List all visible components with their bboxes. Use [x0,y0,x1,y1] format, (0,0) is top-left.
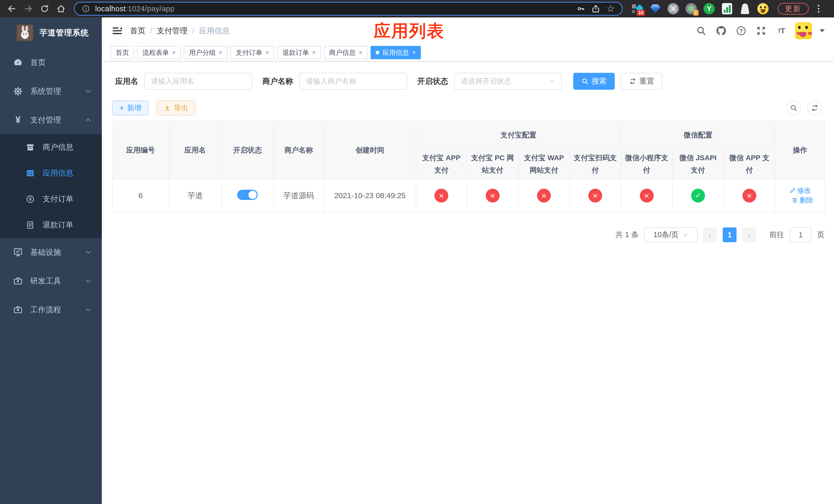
sidebar-item-refund-orders[interactable]: 退款订单 [0,212,102,238]
close-icon[interactable]: × [172,49,176,55]
select-placeholder: 请选择开启状态 [461,76,511,86]
merchant-name-input[interactable] [306,77,400,85]
cell-alipay-app [416,179,467,212]
cell-app-name: 芋道 [169,179,222,212]
close-icon[interactable]: × [312,49,316,55]
sidebar-item-home[interactable]: 首页 [0,48,102,77]
extension-blocks-icon[interactable]: 10 [631,3,643,15]
export-button[interactable]: 导出 [156,100,195,115]
tab-app-info[interactable]: 应用信息× [371,46,421,59]
tab-process-form[interactable]: 流程表单× [137,46,181,59]
extension-green-icon[interactable]: Y [703,3,715,15]
extension-recorder-icon[interactable]: 1 [685,3,697,15]
extension-chart-icon[interactable] [721,3,733,15]
table-toolbar: + 新增 导出 [112,100,824,115]
app-name-input-wrap [145,73,252,90]
tab-merchant-info[interactable]: 商户信息× [324,46,368,59]
font-size-icon[interactable]: TT [775,25,787,37]
sidebar-item-infrastructure[interactable]: 基础设施 [0,238,102,267]
help-icon[interactable]: ? [735,25,747,37]
dashboard-icon [12,58,24,67]
sidebar-menu: 首页 系统管理 ¥ 支付管理 [0,48,102,324]
app-name-input[interactable] [151,77,245,85]
fullscreen-icon[interactable] [755,25,767,37]
extension-emoji-icon[interactable] [757,3,769,15]
home-icon[interactable] [54,2,68,16]
forward-icon[interactable] [21,2,36,16]
bookmark-star-icon[interactable]: ☆ [605,3,616,14]
col-status: 开启状态 [222,121,273,179]
prev-page-button[interactable]: ‹ [703,227,717,242]
extension-gem-icon[interactable] [649,3,661,15]
address-bar[interactable]: localhost:1024/pay/app ☆ [74,2,623,16]
status-toggle[interactable] [237,190,258,200]
tab-label: 首页 [116,48,129,57]
tab-pay-orders[interactable]: 支付订单× [231,46,274,59]
reload-icon[interactable] [38,2,52,16]
chrome-update-button[interactable]: 更新 [777,3,809,15]
avatar[interactable] [795,22,812,39]
sidebar-item-payment[interactable]: ¥ 支付管理 [0,106,102,134]
sidebar-item-label: 基础设施 [30,247,61,258]
open-status-select[interactable]: 请选择开启状态 [454,73,562,90]
yen-circle-icon: ¥ [25,194,36,204]
current-page[interactable]: 1 [723,227,737,242]
sidebar-item-pay-orders[interactable]: ¥ 支付订单 [0,186,102,212]
sidebar-toggle-icon[interactable] [111,25,123,37]
search-button-label: 搜索 [592,76,607,86]
close-icon[interactable]: × [359,49,363,55]
close-icon[interactable]: × [219,49,222,55]
reset-button[interactable]: 重置 [621,73,662,90]
download-icon [163,104,171,112]
header-search-icon[interactable] [695,25,707,37]
site-info-icon[interactable] [80,3,91,14]
sidebar-item-dev-tools[interactable]: 研发工具 [0,267,102,295]
svg-text:?: ? [739,28,743,34]
sidebar-item-merchant-info[interactable]: 商户信息 [0,134,102,160]
delete-label: 删除 [799,196,813,205]
breadcrumb-home[interactable]: 首页 [130,26,146,36]
sidebar-item-system[interactable]: 系统管理 [0,77,102,106]
screen: localhost:1024/pay/app ☆ 10 ⌘ 1 Y [0,0,834,504]
sidebar-item-app-info[interactable]: 应用信息 [0,160,102,186]
col-created: 创建时间 [324,121,416,179]
trash-icon [791,197,798,204]
merchant-name-input-wrap [299,73,407,90]
search-button[interactable]: 搜索 [573,73,615,90]
refresh-table-button[interactable] [807,100,822,115]
add-button[interactable]: + 新增 [112,100,149,115]
col-alipay-qr: 支付宝扫码支付 [570,149,621,179]
extension-command-icon[interactable]: ⌘ [667,3,679,15]
share-icon[interactable] [590,3,601,14]
extension-silhouette-icon[interactable] [739,3,751,15]
edit-button[interactable]: 修改 [789,186,811,195]
back-icon[interactable] [5,2,19,16]
tab-label: 退款订单 [282,48,309,57]
close-icon[interactable]: × [265,49,269,55]
sidebar-item-label: 首页 [30,58,46,68]
chevron-down-icon [549,78,555,85]
next-page-button[interactable]: › [742,227,756,242]
breadcrumb: 首页 / 支付管理 / 应用信息 [130,26,230,36]
table-row: 6 芋道 芋道源码 2021-10-23 08:49:25 [112,179,825,212]
tab-home[interactable]: 首页 [111,46,134,59]
tab-user-group[interactable]: 用户分组× [184,46,227,59]
status-cross-icon [435,189,448,203]
close-icon[interactable]: × [412,49,416,55]
cell-wechat-app [723,179,775,212]
github-icon[interactable] [715,25,727,37]
breadcrumb-payment[interactable]: 支付管理 [157,26,188,36]
tab-refund-orders[interactable]: 退款订单× [277,46,321,59]
tab-label: 应用信息 [382,48,409,57]
password-key-icon[interactable] [575,3,587,14]
show-search-button[interactable] [786,100,801,115]
sidebar-item-workflow[interactable]: 工作流程 [0,295,102,324]
col-wechat-jsapi: 微信 JSAPI 支付 [673,149,723,179]
avatar-caret-icon[interactable] [820,29,825,32]
delete-button[interactable]: 删除 [791,196,813,205]
page-unit-label: 页 [817,230,825,240]
browser-menu-icon[interactable] [813,3,824,15]
goto-page-input[interactable] [790,227,811,242]
page-size-select[interactable]: 10条/页 [644,227,698,242]
sidebar-item-label: 研发工具 [30,276,61,287]
